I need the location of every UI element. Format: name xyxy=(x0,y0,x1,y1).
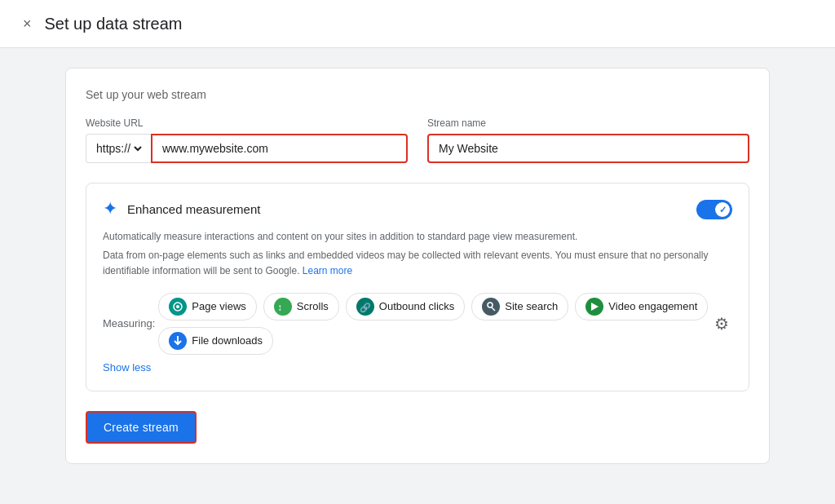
chip-icon xyxy=(169,298,187,316)
chip-label: Outbound clicks xyxy=(379,300,455,312)
chip-label: Video engagement xyxy=(608,300,697,312)
chip-label: File downloads xyxy=(192,334,263,347)
toggle-thumb: ✓ xyxy=(715,202,730,217)
learn-more-link[interactable]: Learn more xyxy=(303,265,352,276)
page-title: Set up data stream xyxy=(45,15,183,33)
chip-icon xyxy=(169,332,187,350)
page-header: × Set up data stream xyxy=(0,0,835,48)
chip-label: Scrolls xyxy=(297,300,329,312)
enhanced-toggle[interactable]: ✓ xyxy=(696,200,732,219)
url-input[interactable] xyxy=(151,134,408,163)
measure-chip: Page views xyxy=(158,293,256,321)
enhanced-title: Enhanced measurement xyxy=(127,202,260,216)
svg-point-1 xyxy=(176,305,179,308)
svg-text:↕: ↕ xyxy=(277,302,282,312)
enhanced-description: Automatically measure interactions and c… xyxy=(103,229,732,245)
measuring-label: Measuring: xyxy=(103,317,155,329)
svg-text:🔗: 🔗 xyxy=(360,302,371,312)
create-stream-button[interactable]: Create stream xyxy=(86,411,197,444)
website-url-group: Website URL https:// http:// xyxy=(86,117,408,163)
enhanced-measurement-card: ✦ Enhanced measurement ✓ Automatically m… xyxy=(86,183,749,391)
section-title: Set up your web stream xyxy=(86,88,749,101)
protocol-select[interactable]: https:// http:// xyxy=(86,134,151,163)
website-url-label: Website URL xyxy=(86,117,408,129)
chip-icon: ↕ xyxy=(274,298,292,316)
warning-text: Data from on-page elements such as links… xyxy=(103,250,708,276)
toggle-check-icon: ✓ xyxy=(719,205,727,215)
chip-label: Site search xyxy=(505,300,558,312)
gear-settings-button[interactable]: ⚙ xyxy=(711,311,732,337)
stream-name-label: Stream name xyxy=(427,117,749,129)
measure-chip: Site search xyxy=(471,293,568,321)
chip-label: Page views xyxy=(192,300,245,312)
chip-icon: 🔗 xyxy=(356,298,374,316)
show-less-link[interactable]: Show less xyxy=(103,361,151,374)
page-content: Set up your web stream Website URL https… xyxy=(0,48,835,504)
close-button[interactable]: × xyxy=(20,13,35,34)
svg-point-4 xyxy=(488,303,493,307)
enhanced-header-left: ✦ Enhanced measurement xyxy=(103,200,260,218)
enhanced-header: ✦ Enhanced measurement ✓ xyxy=(103,200,732,219)
svg-marker-6 xyxy=(591,303,599,311)
url-name-row: Website URL https:// http:// Stream name xyxy=(86,117,749,163)
svg-line-5 xyxy=(492,307,495,311)
stream-name-group: Stream name xyxy=(427,117,749,163)
measure-chip: 🔗Outbound clicks xyxy=(346,293,466,321)
measuring-row-wrapper: Measuring: Page views↕Scrolls🔗Outbound c… xyxy=(103,293,732,355)
enhanced-warning: Data from on-page elements such as links… xyxy=(103,248,732,279)
sparkle-icon: ✦ xyxy=(103,200,117,218)
measure-chip: ↕Scrolls xyxy=(263,293,339,321)
setup-card: Set up your web stream Website URL https… xyxy=(65,68,770,464)
chips-container: Page views↕Scrolls🔗Outbound clicksSite s… xyxy=(158,293,711,355)
protocol-dropdown[interactable]: https:// http:// xyxy=(93,141,144,156)
stream-name-input[interactable] xyxy=(427,134,749,163)
chip-icon xyxy=(482,298,500,316)
url-input-row: https:// http:// xyxy=(86,134,408,163)
measure-chip: File downloads xyxy=(158,327,273,355)
measure-chip: Video engagement xyxy=(575,293,708,321)
chip-icon xyxy=(585,298,603,316)
